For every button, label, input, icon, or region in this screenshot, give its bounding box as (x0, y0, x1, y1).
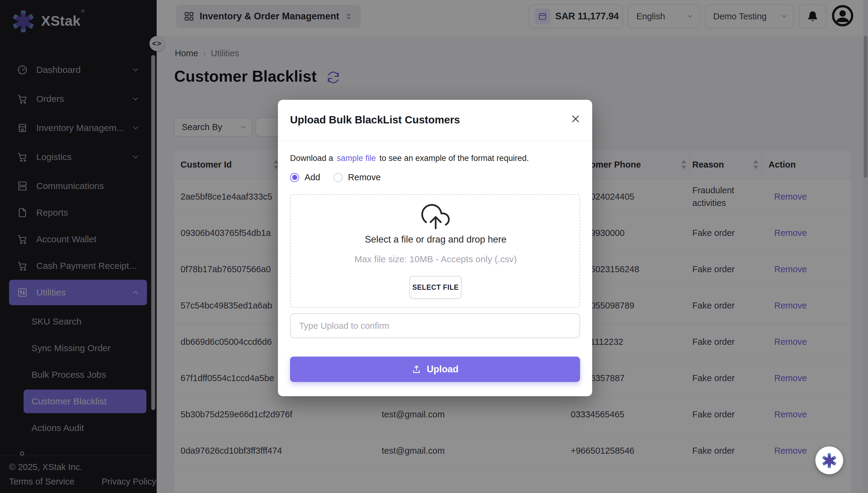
radio-remove[interactable]: Remove (333, 172, 381, 183)
upload-button[interactable]: Upload (290, 357, 580, 382)
chat-widget-button[interactable] (816, 446, 843, 474)
dropzone-main-text: Select a file or drag and drop here (291, 234, 581, 245)
dropzone-size-hint: Max file size: 10MB - Accepts only (.csv… (291, 254, 581, 264)
download-instruction: Download asample fileto see an example o… (290, 154, 529, 163)
radio-selected-icon (290, 173, 299, 182)
modal-header-divider (278, 141, 592, 141)
radio-unselected-icon (333, 173, 343, 182)
upload-cloud-icon (421, 202, 450, 231)
xstak-asterisk-icon (821, 452, 838, 469)
upload-bulk-blacklist-modal: Upload Bulk BlackList Customers Download… (278, 100, 592, 396)
confirm-upload-input[interactable] (290, 313, 580, 338)
modal-title: Upload Bulk BlackList Customers (290, 114, 460, 126)
select-file-button[interactable]: SELECT FILE (410, 276, 461, 299)
mode-radio-group: Add Remove (290, 172, 381, 183)
close-icon[interactable] (570, 113, 581, 125)
app-window: XStak® Dashboard Orders Inventory (0, 0, 868, 493)
radio-add[interactable]: Add (290, 172, 320, 183)
file-dropzone[interactable]: Select a file or drag and drop here Max … (290, 194, 580, 308)
upload-icon (412, 364, 421, 374)
sample-file-link[interactable]: sample file (337, 154, 376, 163)
